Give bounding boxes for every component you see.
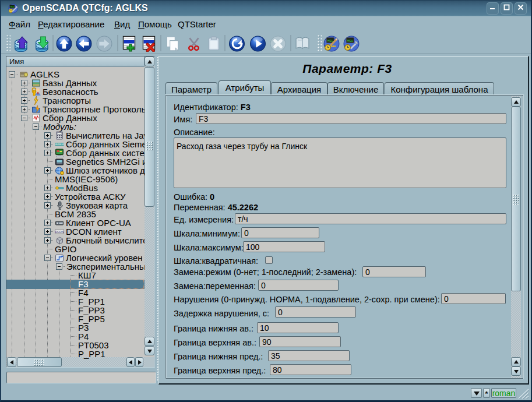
svg-text:DCON: DCON — [55, 230, 64, 234]
svg-text:SIEMENS: SIEMENS — [55, 143, 64, 146]
svg-text:MSU: MSU — [10, 6, 14, 8]
svg-text:MSU: MSU — [347, 39, 354, 43]
